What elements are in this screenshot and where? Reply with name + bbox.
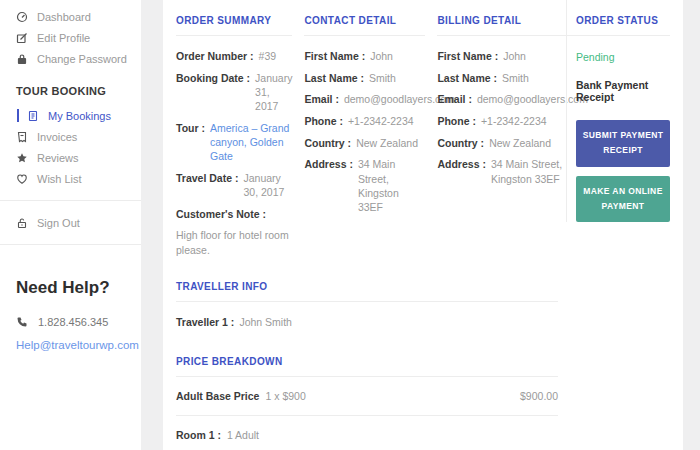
make-online-payment-button[interactable]: MAKE AN ONLINE PAYMENT: [576, 176, 670, 223]
order-summary-title: ORDER SUMMARY: [176, 0, 292, 35]
room-row: Room 1 : 1 Adult: [176, 425, 558, 445]
customer-note-label: Customer's Note :: [176, 207, 266, 221]
need-help-title: Need Help?: [16, 278, 125, 298]
phone-value: +1-2342-2234: [481, 114, 547, 128]
last-name-label: Last Name :: [437, 71, 497, 85]
travel-date-value: January 30, 2017: [243, 171, 292, 199]
dashboard-icon: [16, 11, 28, 23]
email-label: Email :: [437, 92, 471, 106]
contact-email-row: Email : demo@goodlayers.com: [304, 92, 425, 106]
country-label: Country :: [437, 136, 484, 150]
phone-label: Phone :: [437, 114, 476, 128]
sidebar-item-label: Edit Profile: [37, 32, 90, 44]
sidebar-item-reviews[interactable]: Reviews: [0, 147, 141, 168]
tour-label: Tour :: [176, 121, 205, 164]
address-label: Address :: [437, 157, 485, 185]
order-status-title: ORDER STATUS: [576, 0, 670, 35]
customer-note-text: High floor for hotel room please.: [176, 228, 292, 257]
last-name-value: Smith: [369, 71, 396, 85]
sidebar-item-sign-out[interactable]: Sign Out: [0, 212, 141, 233]
contact-phone-row: Phone : +1-2342-2234: [304, 114, 425, 128]
booking-date-label: Booking Date :: [176, 71, 250, 114]
first-name-value: John: [503, 49, 526, 63]
travel-date-row: Travel Date : January 30, 2017: [176, 171, 292, 199]
last-name-label: Last Name :: [304, 71, 364, 85]
sidebar-item-dashboard[interactable]: Dashboard: [0, 6, 141, 27]
first-name-label: First Name :: [437, 49, 498, 63]
country-value: New Zealand: [489, 136, 551, 150]
customer-note-label-row: Customer's Note :: [176, 207, 292, 221]
order-status-section: ORDER STATUS Pending Bank Payment Receip…: [566, 0, 670, 222]
help-phone-number: 1.828.456.345: [38, 316, 108, 328]
address-value: 34 Main Street, Kingston 33EF: [358, 157, 426, 214]
sidebar-item-change-password[interactable]: Change Password: [0, 48, 141, 69]
last-name-value: Smith: [502, 71, 529, 85]
sidebar-item-label: My Bookings: [48, 110, 111, 122]
sidebar-section-title: TOUR BOOKING: [0, 69, 141, 105]
booking-date-row: Booking Date : January 31, 2017: [176, 71, 292, 114]
sidebar-item-label: Change Password: [37, 53, 127, 65]
sidebar-item-label: Invoices: [37, 131, 77, 143]
booking-date-value: January 31, 2017: [255, 71, 292, 114]
phone-label: Phone :: [304, 114, 343, 128]
order-detail-panel: ORDER SUMMARY Order Number : #39 Booking…: [163, 0, 683, 450]
active-indicator-bar: [17, 109, 19, 122]
bank-payment-receipt-label: Bank Payment Receipt: [576, 66, 670, 105]
order-detail-main: ORDER SUMMARY Order Number : #39 Booking…: [176, 0, 566, 450]
order-status-badge: Pending: [576, 36, 670, 66]
contact-address-row: Address : 34 Main Street, Kingston 33EF: [304, 157, 425, 214]
lock-icon: [16, 53, 28, 65]
star-icon: [16, 152, 28, 164]
country-value: New Zealand: [356, 136, 418, 150]
sidebar-item-label: Sign Out: [37, 217, 80, 229]
contact-detail-section: CONTACT DETAIL First Name : John Last Na…: [304, 0, 437, 258]
adult-base-price-row: Adult Base Price 1 x $900 $900.00: [176, 386, 558, 406]
adult-base-price-amount: $900.00: [520, 390, 558, 402]
help-email-link[interactable]: Help@traveltourwp.com: [16, 339, 125, 351]
sidebar-item-wish-list[interactable]: Wish List: [0, 168, 141, 189]
first-name-label: First Name :: [304, 49, 365, 63]
order-detail-columns: ORDER SUMMARY Order Number : #39 Booking…: [176, 0, 558, 258]
sidebar-divider: [0, 200, 141, 201]
sidebar-item-my-bookings[interactable]: My Bookings: [0, 105, 141, 126]
room-label: Room 1 :: [176, 429, 221, 441]
adult-base-group: Adult Base Price 1 x $900 $900.00: [176, 377, 558, 415]
edit-icon: [16, 32, 28, 44]
sidebar: Dashboard Edit Profile Change Password T…: [0, 0, 141, 450]
account-page: Dashboard Edit Profile Change Password T…: [0, 0, 700, 450]
room-group: Room 1 : 1 Adult Room Base Price : $1,50…: [176, 416, 558, 450]
sidebar-item-edit-profile[interactable]: Edit Profile: [0, 27, 141, 48]
order-number-row: Order Number : #39: [176, 49, 292, 63]
need-help-section: Need Help? 1.828.456.345 Help@traveltour…: [0, 256, 141, 351]
travel-date-label: Travel Date :: [176, 171, 238, 199]
content-gutter: [141, 0, 163, 450]
sidebar-item-label: Dashboard: [37, 11, 91, 23]
sidebar-item-label: Reviews: [37, 152, 79, 164]
address-label: Address :: [304, 157, 352, 214]
price-breakdown-title: PRICE BREAKDOWN: [176, 341, 558, 376]
adult-base-price-detail: 1 x $900: [265, 390, 305, 402]
contact-last-name-row: Last Name : Smith: [304, 71, 425, 85]
tour-row: Tour : America – Grand canyon, Golden Ga…: [176, 121, 292, 164]
traveller-name: John Smith: [239, 315, 292, 329]
contact-country-row: Country : New Zealand: [304, 136, 425, 150]
phone-value: +1-2342-2234: [348, 114, 414, 128]
traveller-info-title: TRAVELLER INFO: [176, 266, 558, 301]
room-base-price-row: Room Base Price : $1,500.00: [176, 445, 558, 450]
invoices-icon: [16, 131, 28, 143]
email-label: Email :: [304, 92, 338, 106]
adult-base-price-label: Adult Base Price: [176, 390, 259, 402]
tour-link[interactable]: America – Grand canyon, Golden Gate: [210, 121, 292, 164]
sidebar-item-invoices[interactable]: Invoices: [0, 126, 141, 147]
traveller-row: Traveller 1 : John Smith: [176, 315, 558, 329]
country-label: Country :: [304, 136, 351, 150]
first-name-value: John: [370, 49, 393, 63]
submit-payment-receipt-button[interactable]: SUBMIT PAYMENT RECEIPT: [576, 120, 670, 167]
contact-first-name-row: First Name : John: [304, 49, 425, 63]
order-number-label: Order Number :: [176, 49, 254, 63]
traveller-info-section: TRAVELLER INFO Traveller 1 : John Smith: [176, 266, 558, 329]
traveller-label: Traveller 1 :: [176, 315, 234, 329]
contact-detail-title: CONTACT DETAIL: [304, 0, 425, 35]
phone-icon: [16, 316, 28, 328]
help-phone-row: 1.828.456.345: [16, 316, 125, 328]
